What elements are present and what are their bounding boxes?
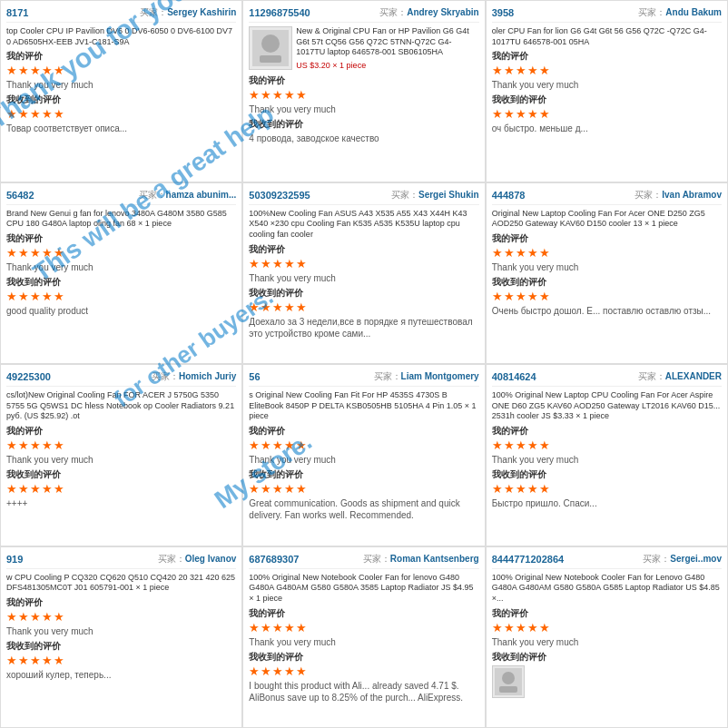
- my-review-text-11: Thank you very much: [492, 636, 722, 648]
- received-stars-7: ★★★★★: [249, 482, 478, 496]
- order-id-4: 50309232595: [249, 190, 310, 201]
- cell-header-2: 3958 买家：Andu Bakum: [492, 6, 722, 23]
- buyer-name-8: ALEXANDER: [665, 371, 722, 381]
- cell-5: 444878 买家：Ivan Abramov Original New Lapt…: [486, 182, 728, 365]
- cell-2: 3958 买家：Andu Bakum oler CPU Fan for lion…: [486, 0, 728, 182]
- received-text-8: Быстро пришло. Спаси...: [492, 497, 722, 509]
- buyer-name-11: Sergei..mov: [670, 554, 722, 564]
- received-stars-8: ★★★★★: [492, 482, 722, 496]
- order-id-10: 687689307: [249, 554, 299, 565]
- cell-1: 11296875540 买家：Andrey Skryabin New & Ori…: [242, 0, 485, 182]
- received-label-1: 我收到的评价: [249, 118, 478, 131]
- order-id-5: 444878: [492, 190, 526, 201]
- cell-header-7: 56 买家：Liam Montgomery: [249, 370, 478, 387]
- buyer-name-3: hamza abunim...: [166, 190, 237, 200]
- stars-8: ★★★★★: [492, 438, 722, 452]
- received-stars-0: ★★★★★: [6, 107, 236, 121]
- svg-rect-2: [260, 55, 281, 63]
- my-review-label-9: 我的评价: [6, 596, 236, 609]
- stars-4: ★★★★★: [249, 257, 478, 271]
- my-review-label-2: 我的评价: [492, 50, 722, 63]
- my-review-label-10: 我的评价: [249, 607, 478, 620]
- received-text-1: 4 провода, заводское качество: [249, 133, 478, 144]
- stars-5: ★★★★★: [492, 246, 722, 260]
- received-text-6: ++++: [6, 497, 236, 509]
- received-label-8: 我收到的评价: [492, 468, 722, 481]
- my-review-text-1: Thank you very much: [249, 103, 478, 115]
- reviews-grid: 8171 买家：Sergey Kashirin top Cooler CPU I…: [0, 0, 728, 728]
- product-8: 100% Original New Laptop CPU Cooling Fan…: [492, 390, 722, 422]
- buyer-name-0: Sergey Kashirin: [167, 7, 236, 17]
- my-review-text-8: Thank you very much: [492, 454, 722, 466]
- my-review-label-11: 我的评价: [492, 607, 722, 620]
- cell-header-1: 11296875540 买家：Andrey Skryabin: [249, 6, 478, 23]
- cell-header-0: 8171 买家：Sergey Kashirin: [6, 6, 236, 23]
- received-stars-3: ★★★★★: [6, 290, 236, 303]
- stars-6: ★★★★★: [6, 438, 236, 452]
- my-review-label-7: 我的评价: [249, 425, 478, 438]
- product-5: Original New Laptop Cooling Fan For Acer…: [492, 209, 722, 230]
- order-id-11: 8444771202864: [492, 554, 565, 565]
- cell-header-5: 444878 买家：Ivan Abramov: [492, 189, 722, 205]
- cell-header-4: 50309232595 买家：Sergei Shukin: [249, 189, 478, 205]
- cell-9: 919 买家：Oleg Ivanov w CPU Cooling P CQ320…: [0, 546, 242, 729]
- cell-header-8: 40814624 买家：ALEXANDER: [492, 370, 722, 387]
- cell-10: 687689307 买家：Roman Kantsenberg 100% Orig…: [242, 546, 485, 729]
- buyer-name-10: Roman Kantsenberg: [390, 554, 479, 564]
- cell-4: 50309232595 买家：Sergei Shukin 100%New Coo…: [242, 182, 485, 365]
- received-text-0: Товар соответствует описа...: [6, 123, 236, 134]
- product-10: 100% Original New Notebook Cooler Fan fo…: [249, 573, 478, 605]
- product-1: New & Original CPU Fan or HP Pavilion G6…: [296, 26, 478, 58]
- product-6: cs/lot)New Original Cooling Fan FOR ACER…: [6, 390, 236, 422]
- received-label-2: 我收到的评价: [492, 93, 722, 106]
- my-review-label-0: 我的评价: [6, 50, 236, 63]
- received-label-5: 我收到的评价: [492, 276, 722, 289]
- product-0: top Cooler CPU IP Pavilion DV6 0 DV6-605…: [6, 26, 236, 47]
- my-review-text-5: Thank you very much: [492, 261, 722, 273]
- received-stars-6: ★★★★★: [6, 482, 236, 496]
- received-label-11: 我收到的评价: [492, 651, 722, 664]
- received-label-4: 我收到的评价: [249, 287, 478, 300]
- cell-11: 8444771202864 买家：Sergei..mov 100% Origin…: [486, 546, 728, 729]
- product-7: s Original New Cooling Fan Fit For HP 45…: [249, 390, 478, 422]
- cell-header-10: 687689307 买家：Roman Kantsenberg: [249, 553, 478, 569]
- my-review-text-3: Thank you very much: [6, 261, 236, 273]
- svg-point-1: [261, 34, 280, 53]
- cell-3: 56482 买家：hamza abunim... Brand New Genui…: [0, 182, 242, 365]
- cell-content-1: New & Original CPU Fan or HP Pavilion G6…: [249, 26, 478, 72]
- buyer-name-7: Liam Montgomery: [401, 371, 479, 381]
- my-review-label-4: 我的评价: [249, 243, 478, 256]
- received-text-4: Доехало за 3 недели,все в порядке я путе…: [249, 316, 478, 339]
- buyer-name-4: Sergei Shukin: [418, 190, 479, 200]
- my-review-label-6: 我的评价: [6, 425, 236, 438]
- product-4: 100%New Cooling Fan ASUS A43 X535 A55 X4…: [249, 209, 478, 241]
- cell-header-9: 919 买家：Oleg Ivanov: [6, 553, 236, 569]
- stars-7: ★★★★★: [249, 438, 478, 452]
- my-review-text-2: Thank you very much: [492, 79, 722, 91]
- stars-11: ★★★★★: [492, 621, 722, 635]
- stars-9: ★★★★★: [6, 610, 236, 624]
- order-id-8: 40814624: [492, 371, 536, 382]
- my-review-text-0: Thank you very much: [6, 79, 236, 91]
- cell-0: 8171 买家：Sergey Kashirin top Cooler CPU I…: [0, 0, 242, 182]
- my-review-label-1: 我的评价: [249, 74, 478, 87]
- order-id-1: 11296875540: [249, 7, 310, 18]
- stars-2: ★★★★★: [492, 64, 722, 77]
- buyer-name-9: Oleg Ivanov: [185, 554, 237, 564]
- received-stars-9: ★★★★★: [6, 654, 236, 667]
- product-image-1: [249, 26, 292, 70]
- received-text-5: Очень быстро дошол. Е... поставлю оставл…: [492, 305, 722, 317]
- buyer-name-5: Ivan Abramov: [662, 190, 722, 200]
- received-label-10: 我收到的评价: [249, 651, 478, 664]
- order-id-0: 8171: [6, 7, 28, 18]
- my-review-label-3: 我的评价: [6, 232, 236, 245]
- cell-8: 40814624 买家：ALEXANDER 100% Original New …: [486, 364, 728, 546]
- cell-7: 56 买家：Liam Montgomery s Original New Coo…: [242, 364, 485, 546]
- received-label-9: 我收到的评价: [6, 640, 236, 653]
- received-stars-5: ★★★★★: [492, 290, 722, 303]
- cell-6: 49225300 买家：Homich Juriy cs/lot)New Orig…: [0, 364, 242, 546]
- my-review-text-4: Thank you very much: [249, 272, 478, 284]
- svg-rect-5: [499, 686, 517, 693]
- buyer-name-6: Homich Juriy: [179, 371, 236, 381]
- price-1: US $3.20 × 1 piece: [296, 61, 478, 70]
